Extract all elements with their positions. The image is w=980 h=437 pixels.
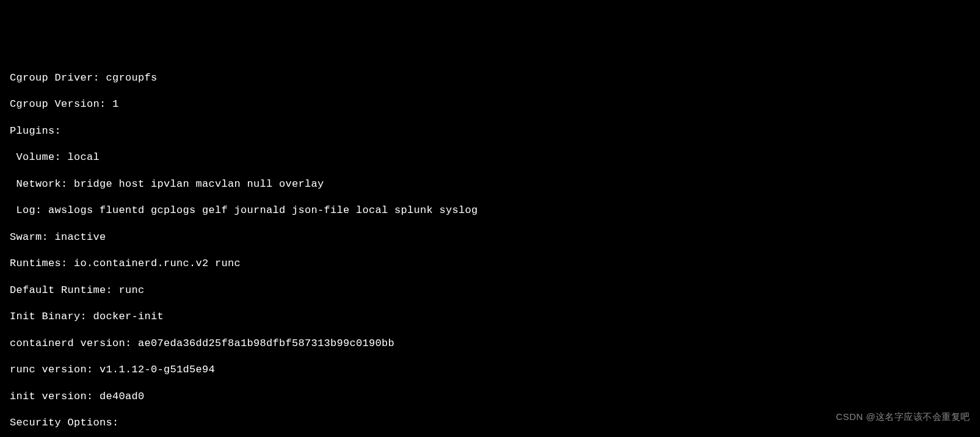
output-line: Runtimes: io.containerd.runc.v2 runc — [10, 257, 970, 270]
output-line: Log: awslogs fluentd gcplogs gelf journa… — [10, 204, 970, 217]
output-line: runc version: v1.1.12-0-g51d5e94 — [10, 363, 970, 377]
output-line: Cgroup Driver: cgroupfs — [10, 71, 970, 85]
terminal-output[interactable]: Cgroup Driver: cgroupfs Cgroup Version: … — [10, 58, 970, 437]
output-line: Swarm: inactive — [10, 231, 970, 244]
output-line: Plugins: — [10, 125, 970, 138]
output-line: Init Binary: docker-init — [10, 310, 970, 323]
output-line: init version: de40ad0 — [10, 390, 970, 403]
output-line: Network: bridge host ipvlan macvlan null… — [10, 178, 970, 191]
output-line: containerd version: ae07eda36dd25f8a1b98… — [10, 337, 970, 350]
output-line: Cgroup Version: 1 — [10, 98, 970, 111]
output-line: Volume: local — [10, 151, 970, 164]
output-line: Default Runtime: runc — [10, 284, 970, 297]
output-line: Security Options: — [10, 416, 970, 430]
csdn-watermark: CSDN @这名字应该不会重复吧 — [836, 411, 970, 422]
